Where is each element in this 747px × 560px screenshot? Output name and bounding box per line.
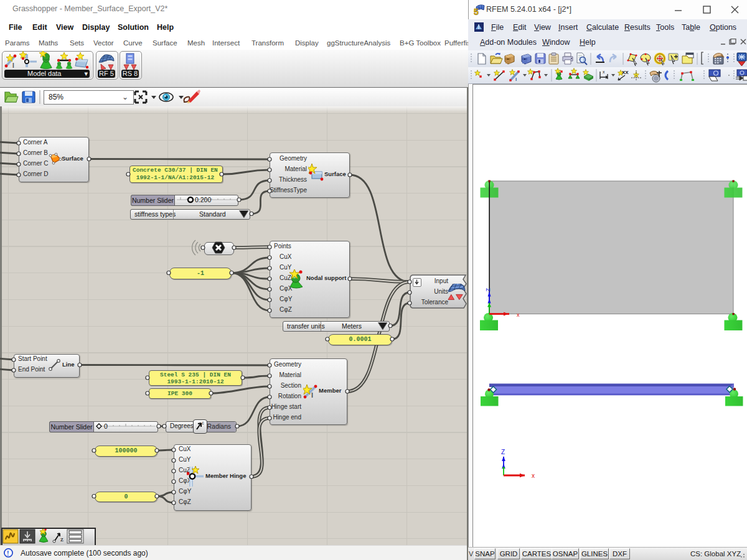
svg-text:I: I	[515, 77, 517, 82]
svg-text:5: 5	[474, 7, 479, 16]
svg-text:Z: Z	[485, 288, 491, 292]
svg-text:I: I	[12, 62, 14, 69]
svg-text:x: x	[517, 312, 520, 318]
svg-text:XX: XX	[622, 70, 629, 75]
svg-text:Z: Z	[501, 449, 505, 455]
svg-text:x: x	[532, 472, 535, 479]
svg-text:z: z	[60, 535, 63, 543]
svg-text:x: x	[603, 70, 605, 74]
svg-text:!: !	[7, 549, 9, 557]
